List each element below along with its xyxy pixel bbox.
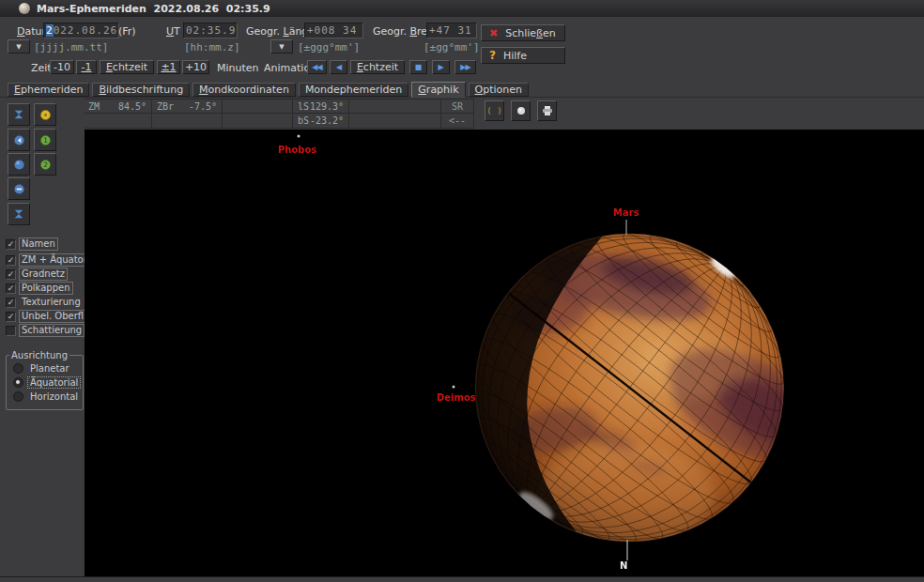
echtzeit-button[interactable]: Echtzeit <box>100 60 154 74</box>
hourglass-icon <box>13 109 24 120</box>
stop-button[interactable]: ■ <box>409 60 427 74</box>
play-button[interactable]: ▶ <box>432 60 450 74</box>
radio-aequatorial[interactable]: Äquatorial <box>13 377 81 388</box>
deimos-button[interactable]: 2 <box>34 153 56 176</box>
radio-dot <box>13 377 23 388</box>
help-button[interactable]: ? Hilfe <box>481 47 565 64</box>
empty-cell <box>223 99 293 114</box>
minuten-label: Minuten <box>217 62 259 74</box>
window-title: Mars-Ephemeriden 2022.08.26 02:35.9 <box>37 3 270 15</box>
empty-cell <box>349 114 441 129</box>
rewind-button[interactable]: ◀◀ <box>307 60 327 74</box>
printer-icon <box>542 105 553 116</box>
help-label: Hilfe <box>503 50 527 62</box>
mars-label: Mars <box>613 207 639 218</box>
svg-text:2: 2 <box>43 161 48 169</box>
sun-button[interactable] <box>34 103 56 126</box>
circle-bar-icon <box>13 183 25 195</box>
bs-cell: bS-23.2° <box>293 114 349 129</box>
svg-text:1: 1 <box>43 136 48 145</box>
tab-optionen[interactable]: Optionen <box>469 83 529 97</box>
deimos-label: Deimos <box>437 392 476 403</box>
planet-view: Phobos Deimos Mars N <box>85 130 924 576</box>
tab-graphik[interactable]: Graphik <box>411 82 465 98</box>
location-dropdown-button[interactable]: ▼ <box>270 39 293 54</box>
plus-10-button[interactable]: +10 <box>182 60 209 74</box>
hourglass-bottom-button[interactable] <box>8 203 30 225</box>
zm-value: 84.5° <box>118 101 146 112</box>
blue-circle-button-1[interactable] <box>8 153 30 176</box>
planet-globe-button[interactable] <box>511 100 531 121</box>
rewind-icon: ◀◀ <box>312 63 321 71</box>
titlebar[interactable]: Mars-Ephemeriden 2022.08.26 02:35.9 <box>0 0 924 17</box>
date-input[interactable]: 2022.08.26 <box>43 23 119 38</box>
tab-bildbeschriftung[interactable]: Bildbeschriftung <box>92 83 190 97</box>
weekday-label: (Fr) <box>118 25 136 38</box>
tab-ephemeriden[interactable]: Ephemeriden <box>8 83 89 97</box>
date-selection: 2 <box>46 24 54 37</box>
empty-cell <box>152 114 223 129</box>
checkbox-namen[interactable]: ✓Namen <box>6 238 58 250</box>
radio-dot <box>13 391 23 402</box>
bottom-strip <box>0 576 924 582</box>
plus-minus-1-button[interactable]: ±1 <box>157 60 180 74</box>
bs-value: -23.2° <box>310 115 344 126</box>
print-button[interactable] <box>537 100 557 121</box>
animation-echtzeit-button[interactable]: Echtzeit <box>350 60 405 74</box>
tab-bar: Ephemeriden Bildbeschriftung Mondkoordin… <box>0 83 924 98</box>
checkbox-polkappen[interactable]: ✓Polkappen <box>6 283 73 294</box>
close-x-icon: ✖ <box>489 27 498 39</box>
radio-planetar[interactable]: Planetar <box>13 363 72 374</box>
planet-canvas <box>85 130 924 576</box>
mars-app-icon <box>19 3 30 14</box>
longitude-input[interactable]: +008 34 <box>304 23 363 38</box>
minus-10-button[interactable]: -10 <box>50 60 74 74</box>
checkbox-texturierung[interactable]: ✓Texturierung <box>6 297 84 308</box>
sr-cell: SR <box>441 99 474 114</box>
phobos-button[interactable]: 1 <box>34 129 56 151</box>
step-back-button[interactable]: ◀ <box>330 60 347 74</box>
latitude-format-hint: [±gg°mm'] <box>424 41 480 54</box>
empty-cell <box>349 99 441 114</box>
fast-forward-button[interactable]: ▶▶ <box>454 60 476 74</box>
ut-input[interactable]: 02:35.9 <box>183 23 238 38</box>
tab-mondkoordinaten[interactable]: Mondkoordinaten <box>192 83 296 97</box>
sun-icon <box>39 109 52 121</box>
zeit-label: Zeit <box>31 62 52 74</box>
ausrichtung-title: Ausrichtung <box>9 350 69 360</box>
close-label: Schließen <box>505 27 556 39</box>
tab-mondephemeriden[interactable]: Mondephemeriden <box>299 83 408 97</box>
zbr-value: -7.5° <box>189 101 217 112</box>
latitude-input[interactable]: +47 31 <box>426 23 477 38</box>
checkbox-schattierung[interactable]: Schattierung <box>6 325 85 336</box>
zbr-cell: ZBr-7.5° <box>152 99 223 114</box>
phobos-label: Phobos <box>278 145 316 155</box>
blue-circle-button-2[interactable] <box>8 177 30 200</box>
checkbox-box: ✓ <box>6 298 16 308</box>
mars-ephemeriden-window: Mars-Ephemeriden 2022.08.26 02:35.9 Datu… <box>0 0 924 582</box>
question-mark-icon: ? <box>489 49 496 62</box>
blue-arrow-circle-button[interactable] <box>8 129 30 151</box>
hourglass-icon <box>13 208 24 220</box>
zm-cell: ZM84.5° <box>83 99 152 114</box>
minus-1-button[interactable]: -1 <box>76 60 97 74</box>
deimos-dot <box>453 386 455 389</box>
moon-1-icon: 1 <box>39 134 52 146</box>
checkbox-box: ✓ <box>6 312 16 322</box>
checkbox-box <box>6 326 16 336</box>
play-icon: ▶ <box>438 63 443 71</box>
empty-cell <box>223 114 293 129</box>
checkbox-zm-aequator[interactable]: ✓ZM + Äquator <box>6 254 90 266</box>
checkbox-unbel-oberfl[interactable]: ✓Unbel. Oberfl. <box>6 311 89 322</box>
hourglass-top-button[interactable] <box>8 103 30 126</box>
radio-dot <box>13 363 23 374</box>
checkbox-gradnetz[interactable]: ✓Gradnetz <box>6 268 68 280</box>
checkbox-box: ✓ <box>6 255 16 266</box>
ut-format-hint: [hh:mm.z] <box>184 41 240 54</box>
radio-horizontal[interactable]: Horizontal <box>13 391 81 402</box>
moon-brackets-button[interactable]: ( ) <box>485 100 504 121</box>
close-button[interactable]: ✖ Schließen <box>481 24 565 41</box>
north-label: N <box>620 560 627 571</box>
longitude-format-hint: [±ggg°mm'] <box>298 41 360 54</box>
date-dropdown-button[interactable]: ▼ <box>8 39 30 54</box>
